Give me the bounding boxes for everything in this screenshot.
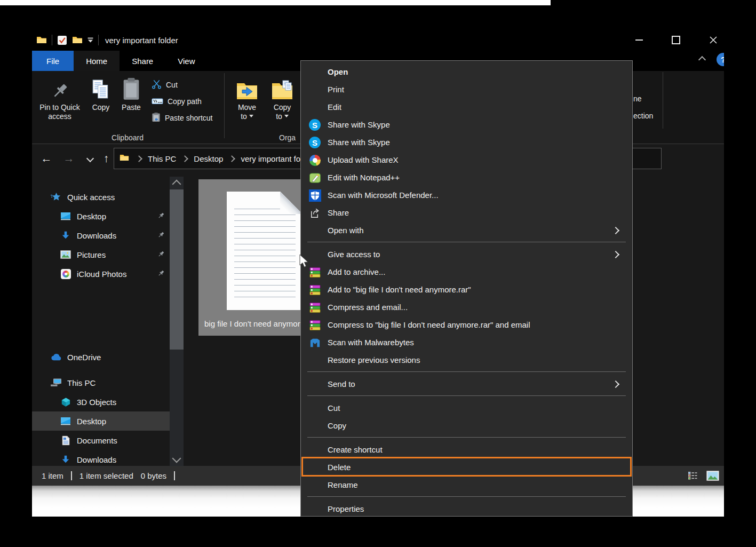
documents-icon [60, 435, 71, 446]
paste-button[interactable]: Paste [116, 75, 146, 112]
menu-item-label: Create shortcut [328, 445, 383, 454]
scroll-up-icon[interactable] [172, 180, 181, 189]
sidebar-item-downloads[interactable]: Downloads [32, 226, 170, 245]
pin-icon[interactable] [157, 212, 165, 220]
sidebar-item-label: Documents [77, 436, 117, 445]
recent-locations-icon[interactable] [82, 152, 98, 168]
menu-item-create-shortcut[interactable]: Create shortcut [301, 441, 632, 458]
menu-item-compress-to-big-file-i-don-t-need-anymore-rar-and-email[interactable]: Compress to "big file I don't need anymo… [301, 316, 632, 334]
menu-item-share-with-skype[interactable]: SShare with Skype [301, 133, 632, 151]
new-folder-icon[interactable] [72, 36, 83, 44]
menu-item-label: Scan with Microsoft Defender... [328, 191, 439, 200]
copy-path-button[interactable]: Copy path [152, 93, 213, 109]
sidebar-item-quick-access[interactable]: Quick access [32, 187, 170, 207]
menu-item-label: Give access to [328, 250, 380, 259]
copy-path-icon [152, 96, 163, 107]
menu-item-label: Edit with Notepad++ [328, 173, 400, 182]
menu-item-send-to[interactable]: Send to [301, 375, 632, 393]
menu-item-rename[interactable]: Rename [301, 476, 632, 494]
menu-item-scan-with-microsoft-defender[interactable]: Scan with Microsoft Defender... [301, 186, 632, 204]
pin-icon[interactable] [157, 269, 165, 278]
menu-item-add-to-archive[interactable]: Add to archive... [301, 263, 632, 281]
menu-item-open[interactable]: Open [301, 63, 632, 81]
share-icon [308, 207, 321, 219]
sidebar-scrollbar[interactable] [170, 177, 184, 466]
selection-size: 0 bytes [141, 471, 166, 480]
menu-item-scan-with-malwarebytes[interactable]: Scan with Malwarebytes [301, 334, 632, 351]
menu-item-print[interactable]: Print [301, 81, 632, 98]
defender-icon [308, 189, 321, 202]
dropdown-caret-icon [249, 115, 253, 120]
tab-file[interactable]: File [32, 51, 74, 71]
ribbon-group-divider [663, 72, 663, 129]
close-button[interactable] [701, 29, 724, 51]
pin-icon[interactable] [157, 250, 165, 259]
qat-dropdown-icon[interactable] [87, 37, 93, 43]
sidebar-item-this-pc[interactable]: This PC [32, 373, 170, 392]
scroll-down-icon[interactable] [172, 454, 181, 463]
menu-item-delete[interactable]: Delete [301, 458, 632, 476]
paste-shortcut-button[interactable]: Paste shortcut [152, 109, 213, 126]
menu-item-open-with[interactable]: Open with [301, 221, 632, 239]
copy-to-button[interactable]: Copy to [266, 75, 299, 121]
tab-view[interactable]: View [165, 51, 207, 71]
winrar-icon [308, 283, 321, 296]
menu-item-edit[interactable]: Edit [301, 98, 632, 116]
downloads-icon [60, 454, 71, 465]
maximize-button[interactable] [664, 29, 688, 51]
menu-item-give-access-to[interactable]: Give access to [301, 245, 632, 263]
thumbnail-view-icon[interactable] [706, 470, 720, 481]
move-to-button[interactable]: Move to [230, 75, 264, 121]
pin-icon[interactable] [157, 231, 165, 240]
paste-label: Paste [122, 103, 141, 112]
menu-item-label: Add to archive... [328, 267, 385, 276]
sidebar-item-desktop[interactable]: Desktop [32, 207, 170, 226]
menu-separator [301, 369, 632, 375]
sidebar-item-label: Desktop [77, 417, 106, 426]
menu-item-upload-with-sharex[interactable]: Upload with ShareX [301, 151, 632, 169]
collapse-ribbon-icon[interactable] [699, 56, 705, 62]
menu-item-cut[interactable]: Cut [301, 399, 632, 417]
sidebar-item-label: iCloud Photos [77, 269, 126, 279]
qat-separator [52, 35, 52, 45]
menu-item-add-to-big-file-i-don-t-need-anymore-rar[interactable]: Add to "big file I don't need anymore.ra… [301, 281, 632, 298]
sidebar-item-3d-objects[interactable]: 3D Objects [32, 392, 170, 411]
selection-count: 1 item selected [79, 471, 133, 480]
menu-item-edit-with-notepad[interactable]: Edit with Notepad++ [301, 169, 632, 186]
minimize-button[interactable] [627, 29, 651, 51]
screen: very important folder File Home Share Vi… [0, 0, 756, 547]
menu-item-compress-and-email[interactable]: Compress and email... [301, 298, 632, 316]
this-pc-icon [50, 377, 62, 388]
properties-check-icon[interactable] [57, 35, 67, 45]
copy-button[interactable]: Copy [86, 75, 115, 112]
menu-item-properties[interactable]: Properties [301, 500, 632, 517]
tab-share[interactable]: Share [120, 51, 165, 71]
breadcrumb-this-pc[interactable]: This PC [148, 154, 176, 163]
back-button[interactable]: ← [38, 150, 54, 167]
sidebar-item-pictures[interactable]: Pictures [32, 245, 170, 264]
scrollbar-thumb[interactable] [170, 189, 184, 350]
sidebar-item-label: Quick access [67, 193, 115, 202]
menu-item-restore-previous-versions[interactable]: Restore previous versions [301, 351, 632, 369]
breadcrumb-desktop[interactable]: Desktop [194, 154, 223, 163]
details-view-icon[interactable] [686, 470, 699, 481]
sidebar-item-icloud-photos[interactable]: iCloud Photos [32, 264, 170, 283]
copy-label: Copy [92, 103, 110, 112]
forward-button[interactable]: → [61, 150, 77, 167]
pin-to-quick-access-button[interactable]: Pin to Quick access [35, 75, 84, 121]
winrar-icon [308, 266, 321, 279]
sidebar-item-onedrive[interactable]: OneDrive [32, 347, 170, 367]
move-to-icon [236, 75, 258, 101]
sidebar-item-documents[interactable]: Documents [32, 431, 170, 450]
cut-button[interactable]: Cut [152, 76, 213, 93]
sidebar-item-desktop[interactable]: Desktop [32, 411, 170, 431]
menu-item-share[interactable]: Share [301, 204, 632, 221]
tab-home[interactable]: Home [74, 51, 120, 71]
menu-item-share-with-skype[interactable]: SShare with Skype [301, 116, 632, 133]
up-button[interactable]: ↑ [98, 150, 114, 167]
sidebar-item-downloads[interactable]: Downloads [32, 450, 170, 466]
menu-item-label: Add to "big file I don't need anymore.ra… [328, 285, 471, 294]
mouse-cursor [299, 254, 309, 271]
menu-item-label: Delete [328, 463, 351, 472]
menu-item-copy[interactable]: Copy [301, 417, 632, 434]
